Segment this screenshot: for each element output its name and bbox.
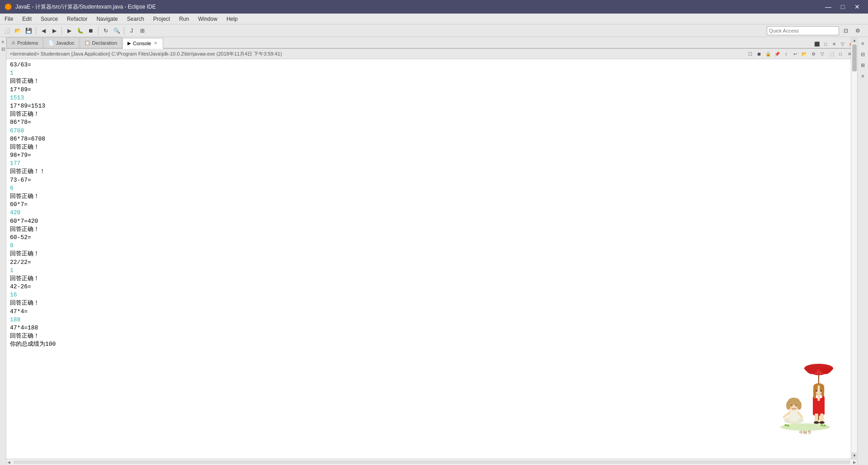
tab-bar: ⚠ Problems 📄 Javadoc 📋 Declaration ▶ Con… — [6, 37, 857, 49]
menu-run[interactable]: Run — [175, 14, 193, 24]
output-line-14: 73-67= — [10, 176, 854, 184]
quick-access-area: ⊡ ⚙ — [767, 26, 863, 36]
hscroll-track[interactable] — [13, 460, 850, 464]
menu-navigate[interactable]: Navigate — [92, 14, 122, 24]
toolbar-debug[interactable]: 🐛 — [75, 26, 85, 36]
hscroll-right-arrow[interactable]: ▶ — [852, 460, 857, 465]
gutter-icon-2[interactable]: ⊟ — [0, 46, 6, 52]
output-line-8: 6708 — [10, 127, 854, 135]
gutter-icon-1[interactable]: ≡ — [0, 39, 6, 44]
console-minimize-btn[interactable]: ⬜ — [827, 50, 835, 58]
svg-rect-18 — [820, 413, 824, 423]
maximize-button[interactable]: □ — [836, 0, 849, 13]
console-lock-btn[interactable]: 🔒 — [764, 50, 772, 58]
console-view-menu-btn[interactable]: ▽ — [818, 50, 826, 58]
console-word-wrap-btn[interactable]: ↩ — [791, 50, 799, 58]
output-line-7: 86*78= — [10, 118, 854, 127]
output-line-26: 回答正确！ — [10, 275, 854, 283]
tab-maximize-btn[interactable]: □ — [821, 40, 830, 48]
tab-console-close[interactable]: ✕ — [153, 41, 158, 46]
svg-point-3 — [784, 417, 804, 424]
toolbar-new[interactable]: ⬜ — [2, 26, 12, 36]
tab-minimize-btn[interactable]: ⬛ — [813, 40, 821, 48]
svg-point-9 — [791, 404, 793, 406]
toolbar-open[interactable]: 📂 — [13, 26, 23, 36]
output-line-32: 47*4=188 — [10, 324, 854, 332]
separator-2 — [61, 27, 62, 35]
toolbar: ⬜ 📂 💾 ◀ ▶ ▶ 🐛 ⏹ ↻ 🔍 J ⊞ ⊡ ⚙ — [0, 24, 868, 37]
right-panel: ≡ ⊟ ⊞ ≡ — [857, 37, 868, 465]
vscroll-up-arrow[interactable]: ▲ — [851, 37, 858, 43]
close-button[interactable]: ✕ — [851, 0, 863, 13]
toolbar-back[interactable]: ◀ — [38, 26, 48, 36]
svg-point-14 — [804, 364, 833, 373]
tab-problems-label: Problems — [17, 40, 38, 46]
svg-point-0 — [5, 4, 11, 10]
toolbar-icon-mode[interactable]: ⊡ — [841, 26, 851, 36]
menu-help[interactable]: Help — [222, 14, 242, 24]
minimize-button[interactable]: — — [822, 0, 835, 13]
menu-edit[interactable]: Edit — [18, 14, 36, 24]
vscroll-down-arrow[interactable]: ▼ — [851, 452, 858, 459]
menu-bar: File Edit Source Refactor Navigate Searc… — [0, 14, 868, 24]
console-settings-btn[interactable]: ⚙ — [809, 50, 817, 58]
svg-point-16 — [815, 395, 822, 399]
tab-declaration-label: Declaration — [92, 40, 117, 46]
output-line-19: 60*7=420 — [10, 217, 854, 225]
toolbar-perspective[interactable]: ⊞ — [137, 26, 147, 36]
vertical-scrollbar[interactable]: ▲ ▼ — [851, 37, 857, 459]
menu-file[interactable]: File — [0, 14, 18, 24]
right-panel-btn-2[interactable]: ⊟ — [859, 50, 868, 59]
vscroll-track[interactable] — [851, 43, 857, 452]
tab-javadoc[interactable]: 📄 Javadoc — [43, 37, 79, 48]
svg-point-2 — [780, 423, 830, 431]
right-panel-btn-4[interactable]: ≡ — [859, 71, 868, 80]
menu-window[interactable]: Window — [193, 14, 222, 24]
toolbar-forward[interactable]: ▶ — [49, 26, 59, 36]
toolbar-java[interactable]: J — [127, 26, 137, 36]
tab-problems[interactable]: ⚠ Problems — [6, 37, 43, 48]
right-panel-btn-1[interactable]: ≡ — [859, 39, 868, 48]
separator-4 — [124, 27, 124, 35]
console-pin-btn[interactable]: 📌 — [773, 50, 781, 58]
horizontal-scrollbar[interactable]: ◀ ▶ — [6, 459, 857, 465]
tab-close-all-btn[interactable]: ✕ — [830, 40, 838, 48]
title-bar-controls: — □ ✕ — [822, 0, 863, 13]
console-header-text: <terminated> Studentexam [Java Applicati… — [10, 51, 282, 57]
menu-source[interactable]: Source — [36, 14, 62, 24]
output-line-0: 63/63= — [10, 61, 854, 69]
output-line-18: 420 — [10, 209, 854, 217]
console-stop-btn[interactable]: ⏹ — [755, 50, 763, 58]
title-bar: JavaE - 计算器/src/计算器/Studentexam.java - E… — [0, 0, 868, 14]
right-panel-btn-3[interactable]: ⊞ — [859, 61, 868, 70]
console-output[interactable]: 63/63=1回答正确！17*89=151317*89=1513回答正确！86*… — [6, 59, 857, 459]
menu-project[interactable]: Project — [149, 14, 175, 24]
console-scroll-lock-btn[interactable]: ↕ — [782, 50, 790, 58]
hscroll-left-arrow[interactable]: ◀ — [6, 460, 11, 465]
menu-refactor[interactable]: Refactor — [62, 14, 92, 24]
toolbar-save[interactable]: 💾 — [24, 26, 33, 36]
svg-rect-23 — [813, 387, 816, 399]
vscroll-thumb[interactable] — [852, 44, 857, 71]
output-line-16: 回答正确！ — [10, 193, 854, 201]
console-open-file-btn[interactable]: 📂 — [800, 50, 808, 58]
toolbar-search[interactable]: 🔍 — [112, 26, 122, 36]
left-gutter: ≡ ⊟ — [0, 37, 6, 465]
main-layout: ≡ ⊟ ⚠ Problems 📄 Javadoc 📋 Declaration ▶ — [0, 37, 868, 465]
output-line-23: 回答正确！ — [10, 250, 854, 258]
toolbar-refresh[interactable]: ↻ — [101, 26, 111, 36]
console-clear-btn[interactable]: ☐ — [746, 50, 754, 58]
tab-declaration[interactable]: 📋 Declaration — [80, 37, 122, 48]
console-header: <terminated> Studentexam [Java Applicati… — [6, 49, 857, 59]
toolbar-stop[interactable]: ⏹ — [86, 26, 96, 36]
tab-view-menu-btn[interactable]: ▽ — [839, 40, 847, 48]
quick-access-input[interactable] — [767, 26, 839, 35]
console-maximize-btn[interactable]: □ — [836, 50, 844, 58]
menu-search[interactable]: Search — [123, 14, 149, 24]
toolbar-run[interactable]: ▶ — [64, 26, 74, 36]
svg-rect-15 — [813, 395, 825, 416]
svg-point-20 — [819, 421, 825, 424]
output-line-24: 22/22= — [10, 258, 854, 267]
toolbar-settings[interactable]: ⚙ — [853, 26, 863, 36]
tab-console[interactable]: ▶ Console ✕ — [123, 38, 163, 49]
